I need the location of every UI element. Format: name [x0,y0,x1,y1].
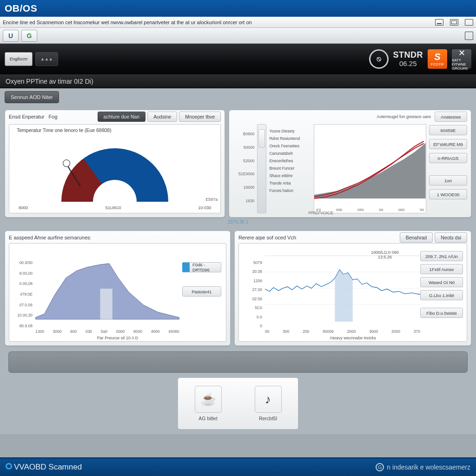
gauge-xticks: 8000S1U8G010-030 [19,205,211,210]
square-button[interactable] [465,32,473,40]
gauge-icon [61,148,168,202]
rercbt-icon[interactable]: ♪ [255,386,282,413]
vertical-scrollbar[interactable] [257,124,266,213]
ag-icon[interactable]: ☕ [195,386,222,413]
line-side-buttons: 209.7. 2N1 A/Un 1Fx6f Aunav Wased Oi N0 … [420,248,463,318]
side-pill[interactable]: 60459E [429,125,467,135]
line-pill[interactable]: 1Fx6f Aunav [420,264,463,274]
area-side-pill[interactable]: F0d6 - DRTD96 [182,262,221,272]
panel-area-title: E asspeed Ahne aurfine semarunes: [9,235,91,240]
tool-row: U G [0,28,476,44]
area-side-pill[interactable]: Pastote41 [182,286,221,297]
panel-gauge-title: Ensd Enperatur [9,114,44,119]
bottom-toolbar: ☕ AG bitlet ♪ Rercbt5l [178,377,298,430]
footer-bar: VVAOBD Scamned Gn indesarik e wolescsaem… [0,457,476,476]
panel-line-title: Rerere aipe sof oced Vch [238,235,296,240]
chip-row: Sennun AOD Niter [0,88,476,107]
area-plot: 00.9/306:00,000.00,08479:0E07:0.0610.00,… [9,243,226,342]
main-area: Ensd Enperatur Fog achture due Nan Audsi… [0,107,476,434]
g-circle-icon: G [376,463,384,471]
dark-button[interactable]: ▲▲▲ [35,52,58,66]
side-pill[interactable]: 1on [429,175,467,185]
status-dot-icon [6,463,12,469]
stndr-value: 06.25 [393,60,423,68]
growth-plot: E00000500000050 [314,124,426,213]
gauge-plot: Temperatur Time one lenoro te (Eue 68808… [9,124,221,213]
x-icon[interactable]: ✕SATT FITWNE GROURE [452,49,471,69]
maximize-button[interactable] [450,19,458,26]
side-pill[interactable]: EF'sWURE M9 [429,139,467,149]
tab-benahrad[interactable]: Benahrad [400,232,433,243]
tool-u-icon[interactable]: U [3,30,19,42]
footer-right: Gn indesarik e wolescsaemerz [376,463,470,471]
stndr-label: STNDR [393,51,423,60]
title-bar: OB/OS [0,0,476,17]
growth-legend: Youne DiesetyRdrst ResiontendOreck Feers… [269,124,311,213]
divider-label: 2375:35 1 [5,219,471,229]
sub-header: Oxyen PPTine av timar 0I2 Di) [0,74,476,88]
growth-yaxis: B060050000S2000S1E0000100001630 [233,124,254,213]
window-controls [435,19,473,26]
tab-neots[interactable]: Neots dsi [435,232,467,243]
line-plot: 507920:38120627,0002:565C00.00 1000/LG:0… [238,243,467,342]
seal-icon: ⍉ [369,49,389,69]
panel-area: E asspeed Ahne aurfine semarunes: 00.9/3… [5,231,231,346]
side-pill[interactable]: 1 WOOE00 [429,189,467,199]
line-pill[interactable]: G.Lbo 1.inlté [420,290,463,300]
panel-growth: Avterreugel fon greeace oare Anatesree B… [229,110,471,218]
stndr-readout: STNDR 06.25 [393,51,423,67]
panel-gauge: Ensd Enperatur Fog achture due Nan Audsi… [5,110,225,218]
gauge-plot-title: Temperatur Time one lenoro te (Eue 68808… [17,127,112,133]
line-pill[interactable]: 209.7. 2N1 A/Un [420,251,463,261]
growth-side-buttons: 60459E EF'sWURE M9 n-RRIAGS 1on 1 WOOE00 [429,124,467,213]
line-pill[interactable]: Fibo D.u bwiste [420,308,463,318]
svg-marker-7 [335,270,352,322]
side-pill[interactable]: n-RRIAGS [429,153,467,163]
ag-label: AG bitlet [198,416,217,421]
sub-header-text: Oxyen PPTine av timar 0I2 Di) [6,78,93,85]
black-header: Engiforzn ▲▲▲ ⍉ STNDR 06.25 SFCOTIF ✕SAT… [0,44,476,74]
tab-mnoeper[interactable]: Mnoeper tbve [179,112,221,122]
tab-audsine[interactable]: Audsine [147,112,177,122]
grey-strip [8,351,468,373]
rercbt-label: Rercbt5l [259,416,277,421]
annot-button[interactable]: Anatesree [435,112,467,122]
tab-achture[interactable]: achture due Nan [98,112,146,122]
line-pill[interactable]: Wased Oi N0 [420,277,463,287]
restore-button[interactable] [465,19,473,26]
app-title: OB/OS [5,3,37,14]
svg-rect-2 [100,289,112,319]
session-chip[interactable]: Sennun AOD Niter [5,91,59,103]
minimize-button[interactable] [435,19,443,26]
footer-left: VVAOBD Scamned [6,463,82,472]
menu-text: Encine tine ed Scannemon cet lnscomekur … [3,20,252,25]
s-icon[interactable]: SFCOTIF [428,49,447,69]
engine-button[interactable]: Engiforzn [5,52,33,66]
tool-g-icon[interactable]: G [21,30,37,42]
panel-line: Rerere aipe sof oced Vch Benahrad Neots … [234,231,471,346]
menu-bar: Encine tine ed Scannemon cet lnscomekur … [0,17,476,28]
